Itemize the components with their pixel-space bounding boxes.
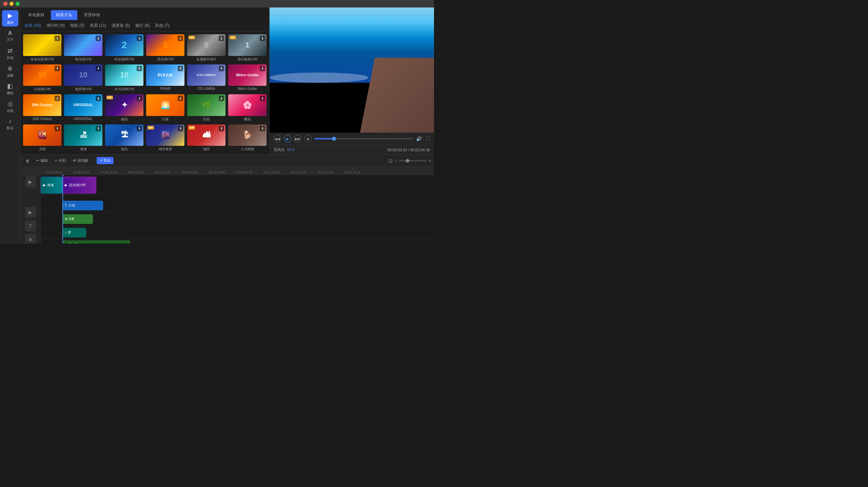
export-button[interactable]: ↗ 导出: [97, 157, 114, 164]
maximize-button[interactable]: [16, 2, 20, 6]
sidebar-item-material[interactable]: ▶ 素材: [2, 10, 18, 26]
media-browser: 本地素材 精美片头 背景样例 全部 (43) 倒计时 (9) 电影 (5) 风景…: [20, 7, 270, 154]
zoom-slider[interactable]: [399, 160, 427, 161]
clip-text[interactable]: T 小清: [62, 201, 103, 210]
track-header-text[interactable]: T: [25, 220, 36, 231]
track-content[interactable]: ▶ 海滩 ▶ 流光倒计时: [41, 175, 434, 244]
list-item[interactable]: 1 ⬇ 流光倒计时: [146, 34, 184, 62]
rewind-button[interactable]: ◀◀: [274, 135, 281, 142]
filter-all[interactable]: 全部 (43): [23, 22, 42, 29]
list-item[interactable]: 🌿 ⬇ 自然: [187, 94, 225, 122]
tab-bar: 本地素材 精美片头 背景样例: [20, 7, 269, 20]
list-item[interactable]: 10 ⬇ 火焰倒计时: [23, 64, 61, 92]
track-header-filter[interactable]: ⊕: [25, 234, 36, 244]
list-item[interactable]: UNIVERSAL ⬇ UNIVERSAL: [64, 94, 102, 122]
download-icon: ⬇: [178, 126, 183, 131]
clip-filter[interactable]: ⊕ 6屏: [62, 214, 93, 224]
fullscreen-icon[interactable]: ⛶: [426, 136, 430, 141]
list-item[interactable]: Metro Goldw ⬇ Metro Goldw: [228, 64, 267, 92]
titlebar: [0, 0, 434, 7]
tab-featured[interactable]: 精美片头: [51, 10, 77, 20]
media-label: PIXAR: [160, 87, 170, 91]
edit-icon: ✏: [36, 158, 39, 163]
filter-progress[interactable]: 进度条 (5): [110, 22, 131, 29]
close-button[interactable]: [3, 2, 7, 6]
tab-local[interactable]: 本地素材: [23, 10, 50, 20]
download-icon: ⬇: [178, 36, 183, 41]
thumb-metal: 5 VIP ⬇: [187, 34, 225, 56]
progress-thumb[interactable]: [332, 137, 336, 141]
thumb-island: 🏝 ⬇: [105, 124, 143, 146]
track-row-text: T 小清: [41, 199, 434, 212]
media-label: 场记板倒计时: [237, 57, 258, 62]
filter-other[interactable]: 其他 (7): [154, 22, 171, 29]
volume-icon[interactable]: 🔊: [416, 136, 422, 141]
filter-travel[interactable]: 旅行 (6): [134, 22, 151, 29]
sidebar-item-overlay[interactable]: ◧ 叠附: [2, 81, 18, 97]
zoom-in-icon[interactable]: +: [429, 158, 431, 163]
clip-music[interactable]: ♪ AlienSunset: [62, 240, 130, 244]
list-item[interactable]: 🏖 ⬇ 海滩: [64, 124, 102, 152]
video-preview: [270, 7, 434, 133]
list-item[interactable]: 2 ⬇ 科技感倒计时: [105, 34, 143, 62]
sidebar-item-animation[interactable]: ◎ 动画: [2, 98, 18, 115]
thumb-dogman: 🐕 ⬇: [228, 124, 267, 146]
minimize-button[interactable]: [9, 2, 14, 6]
track-row-audio: ♪ 梦: [41, 226, 434, 239]
thumb-slate: 1 VIP ⬇: [228, 34, 267, 56]
freeze-button[interactable]: ❄ 冻结帧: [70, 157, 91, 164]
filter-landscape[interactable]: 风景 (11): [88, 22, 108, 29]
list-item[interactable]: 🌇 ⬇ 夕阳: [23, 124, 61, 152]
list-item[interactable]: 10 ⬇ 电焊倒计时: [64, 64, 102, 92]
clip-audio[interactable]: ♪ 梦: [62, 228, 86, 237]
ruler-mark: 00:00:40.00: [176, 168, 203, 174]
track-header-video2[interactable]: ▶: [25, 207, 36, 218]
split-button[interactable]: ✂ 分割: [52, 157, 69, 164]
tab-background[interactable]: 背景样例: [79, 10, 105, 20]
filter-clip-icon: ⊕: [65, 217, 67, 221]
list-item[interactable]: 🌅 ⬇ 日落: [146, 94, 184, 122]
list-item[interactable]: PIXAR ⬇ PIXAR: [146, 64, 184, 92]
list-item[interactable]: 20th Century ⬇ 20th Century: [23, 94, 61, 122]
list-item[interactable]: 10 ⬇ 水与冰倒计时: [105, 64, 143, 92]
media-label: Metro Goldw: [238, 87, 257, 91]
thumb-metro: Metro Goldw ⬇: [228, 64, 267, 86]
list-item[interactable]: 5 VIP ⬇ 金属圆环倒计: [187, 34, 225, 62]
sidebar-item-transition[interactable]: ⇄ 转场: [2, 45, 18, 62]
ruler-mark: 00:00:24.00: [122, 168, 149, 174]
clip-beach[interactable]: ▶ 海滩: [41, 177, 62, 194]
sidebar-item-filter[interactable]: ⊕ 滤镜: [2, 63, 18, 79]
progress-bar[interactable]: [314, 138, 413, 139]
forward-button[interactable]: ▶▶: [294, 135, 301, 142]
play-button[interactable]: ▶: [284, 135, 291, 142]
list-item[interactable]: 🐕 ⬇ 人与狗狗: [228, 124, 267, 152]
sidebar-item-text[interactable]: A 文字: [2, 28, 18, 44]
media-label: 金色光影倒计时: [31, 57, 54, 62]
list-item[interactable]: 🌆 VIP ⬇ 城市夜景: [146, 124, 184, 152]
list-item[interactable]: ✦ VIP ⬇ 烟花: [105, 94, 143, 122]
zoom-out-icon[interactable]: −: [395, 158, 397, 163]
list-item[interactable]: 🌸 ⬇ 樱花: [228, 94, 267, 122]
download-icon: ⬇: [219, 66, 224, 71]
list-item[interactable]: COLUMBIA ⬇ COLUMBIA: [187, 64, 225, 92]
stop-button[interactable]: ■: [304, 135, 312, 142]
zoom-fit-icon[interactable]: ⊡: [389, 158, 393, 163]
delete-button[interactable]: 🗑: [23, 158, 32, 164]
track-header-video[interactable]: ▶: [25, 176, 36, 187]
list-item[interactable]: 1 ⬇ 金色光影倒计时: [23, 34, 61, 62]
edit-button[interactable]: ✏ 编辑: [34, 157, 51, 164]
sidebar-item-music[interactable]: ♪ 配乐: [2, 116, 18, 132]
media-label: 夕阳: [39, 147, 46, 152]
thumb-weld: 10 ⬇: [64, 64, 102, 86]
list-item[interactable]: 🏝 ⬇ 海岛: [105, 124, 143, 152]
filter-countdown[interactable]: 倒计时 (9): [45, 22, 66, 29]
filter-movie[interactable]: 电影 (5): [69, 22, 86, 29]
download-icon: ⬇: [96, 66, 101, 71]
media-grid: 1 ⬇ 金色光影倒计时 3 ⬇ 电流倒计时: [20, 32, 269, 154]
freeze-icon: ❄: [73, 158, 76, 163]
list-item[interactable]: 1 VIP ⬇ 场记板倒计时: [228, 34, 267, 62]
media-label: 金属圆环倒计: [196, 57, 217, 62]
list-item[interactable]: 3 ⬇ 电流倒计时: [64, 34, 102, 62]
list-item[interactable]: 🏙 VIP ⬇ 城市: [187, 124, 225, 152]
clip-flow-effect[interactable]: ▶ 流光倒计时: [62, 177, 96, 194]
